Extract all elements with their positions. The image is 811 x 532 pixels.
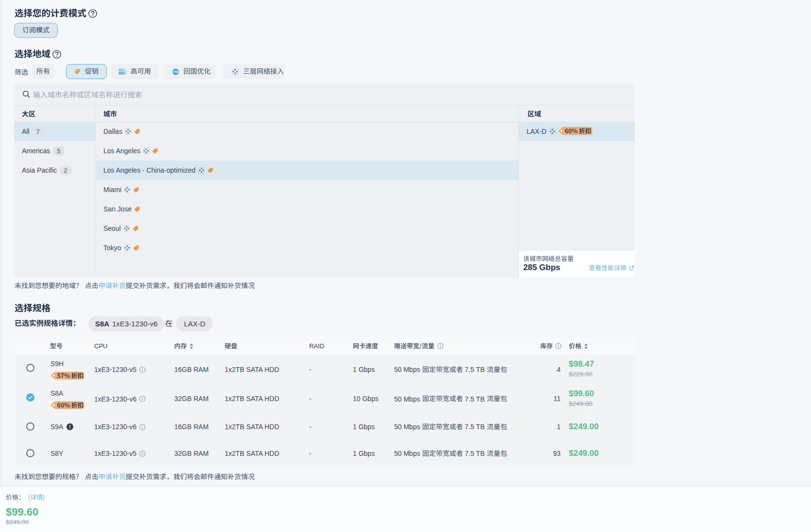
- svg-text:CN2: CN2: [173, 70, 178, 73]
